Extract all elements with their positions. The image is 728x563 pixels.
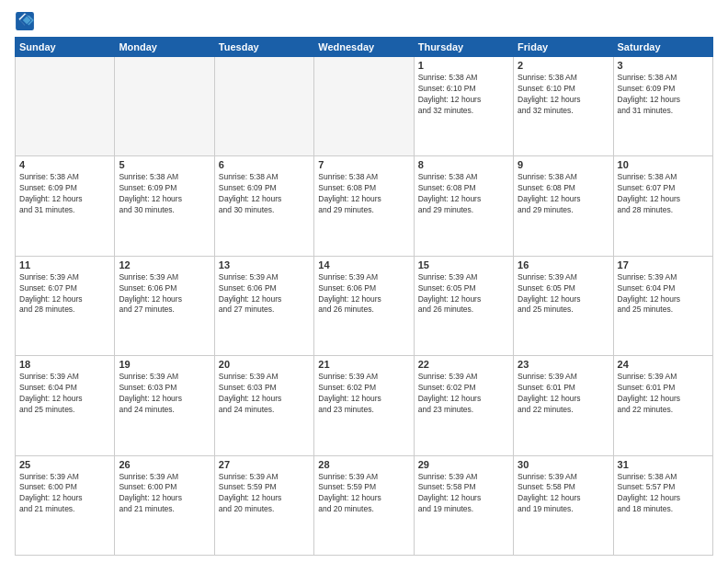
day-info: Sunrise: 5:38 AM Sunset: 6:10 PM Dayligh… xyxy=(518,73,609,117)
day-number: 5 xyxy=(119,159,210,170)
day-number: 7 xyxy=(318,159,409,170)
day-cell-6: 6Sunrise: 5:38 AM Sunset: 6:09 PM Daylig… xyxy=(214,156,313,256)
day-info: Sunrise: 5:39 AM Sunset: 6:00 PM Dayligh… xyxy=(119,472,210,516)
calendar-table: SundayMondayTuesdayWednesdayThursdayFrid… xyxy=(15,37,713,556)
day-cell-30: 30Sunrise: 5:39 AM Sunset: 5:58 PM Dayli… xyxy=(514,455,613,555)
weekday-header-saturday: Saturday xyxy=(613,38,712,57)
day-cell-23: 23Sunrise: 5:39 AM Sunset: 6:01 PM Dayli… xyxy=(514,356,613,455)
day-cell-3: 3Sunrise: 5:38 AM Sunset: 6:09 PM Daylig… xyxy=(613,57,712,156)
day-cell-29: 29Sunrise: 5:39 AM Sunset: 5:58 PM Dayli… xyxy=(414,455,513,555)
day-number: 2 xyxy=(518,60,609,71)
day-number: 8 xyxy=(418,159,509,170)
day-number: 14 xyxy=(318,259,409,270)
day-cell-7: 7Sunrise: 5:38 AM Sunset: 6:08 PM Daylig… xyxy=(314,156,414,256)
day-info: Sunrise: 5:39 AM Sunset: 6:02 PM Dayligh… xyxy=(418,372,509,416)
week-row-1: 1Sunrise: 5:38 AM Sunset: 6:10 PM Daylig… xyxy=(16,57,713,156)
week-row-4: 18Sunrise: 5:39 AM Sunset: 6:04 PM Dayli… xyxy=(16,356,713,455)
day-number: 25 xyxy=(19,459,110,470)
day-number: 26 xyxy=(119,459,210,470)
day-cell-9: 9Sunrise: 5:38 AM Sunset: 6:08 PM Daylig… xyxy=(514,156,613,256)
weekday-header-monday: Monday xyxy=(115,38,214,57)
day-cell-28: 28Sunrise: 5:39 AM Sunset: 5:59 PM Dayli… xyxy=(314,455,414,555)
day-number: 27 xyxy=(219,459,310,470)
day-cell-19: 19Sunrise: 5:39 AM Sunset: 6:03 PM Dayli… xyxy=(115,356,214,455)
day-number: 23 xyxy=(518,359,609,370)
day-info: Sunrise: 5:39 AM Sunset: 6:02 PM Dayligh… xyxy=(318,372,409,416)
weekday-header-friday: Friday xyxy=(514,38,613,57)
weekday-header-row: SundayMondayTuesdayWednesdayThursdayFrid… xyxy=(16,38,713,57)
day-number: 18 xyxy=(19,359,110,370)
day-info: Sunrise: 5:38 AM Sunset: 6:09 PM Dayligh… xyxy=(219,172,310,216)
day-info: Sunrise: 5:39 AM Sunset: 6:00 PM Dayligh… xyxy=(19,472,110,516)
day-number: 4 xyxy=(19,159,110,170)
week-row-2: 4Sunrise: 5:38 AM Sunset: 6:09 PM Daylig… xyxy=(16,156,713,256)
day-number: 28 xyxy=(318,459,409,470)
day-number: 9 xyxy=(518,159,609,170)
weekday-header-tuesday: Tuesday xyxy=(214,38,313,57)
day-cell-1: 1Sunrise: 5:38 AM Sunset: 6:10 PM Daylig… xyxy=(414,57,513,156)
weekday-header-wednesday: Wednesday xyxy=(314,38,414,57)
day-number: 30 xyxy=(518,459,609,470)
day-number: 20 xyxy=(219,359,310,370)
day-info: Sunrise: 5:39 AM Sunset: 6:07 PM Dayligh… xyxy=(19,272,110,316)
day-number: 6 xyxy=(219,159,310,170)
day-number: 29 xyxy=(418,459,509,470)
day-cell-26: 26Sunrise: 5:39 AM Sunset: 6:00 PM Dayli… xyxy=(115,455,214,555)
logo-icon xyxy=(15,11,35,31)
empty-cell xyxy=(314,57,414,156)
day-number: 13 xyxy=(219,259,310,270)
day-cell-27: 27Sunrise: 5:39 AM Sunset: 5:59 PM Dayli… xyxy=(214,455,313,555)
day-cell-14: 14Sunrise: 5:39 AM Sunset: 6:06 PM Dayli… xyxy=(314,256,414,355)
day-info: Sunrise: 5:38 AM Sunset: 6:10 PM Dayligh… xyxy=(418,73,509,117)
day-info: Sunrise: 5:39 AM Sunset: 6:04 PM Dayligh… xyxy=(618,272,709,316)
weekday-header-thursday: Thursday xyxy=(414,38,513,57)
day-number: 3 xyxy=(618,60,709,71)
day-info: Sunrise: 5:38 AM Sunset: 6:08 PM Dayligh… xyxy=(418,172,509,216)
day-number: 21 xyxy=(318,359,409,370)
day-info: Sunrise: 5:39 AM Sunset: 5:58 PM Dayligh… xyxy=(518,472,609,516)
day-info: Sunrise: 5:38 AM Sunset: 6:08 PM Dayligh… xyxy=(318,172,409,216)
day-info: Sunrise: 5:38 AM Sunset: 6:09 PM Dayligh… xyxy=(119,172,210,216)
day-info: Sunrise: 5:38 AM Sunset: 6:09 PM Dayligh… xyxy=(19,172,110,216)
day-number: 19 xyxy=(119,359,210,370)
day-info: Sunrise: 5:39 AM Sunset: 6:03 PM Dayligh… xyxy=(219,372,310,416)
empty-cell xyxy=(214,57,313,156)
day-info: Sunrise: 5:38 AM Sunset: 5:57 PM Dayligh… xyxy=(618,472,709,516)
day-info: Sunrise: 5:39 AM Sunset: 6:04 PM Dayligh… xyxy=(19,372,110,416)
page: SundayMondayTuesdayWednesdayThursdayFrid… xyxy=(0,0,728,563)
day-info: Sunrise: 5:39 AM Sunset: 6:03 PM Dayligh… xyxy=(119,372,210,416)
day-cell-11: 11Sunrise: 5:39 AM Sunset: 6:07 PM Dayli… xyxy=(16,256,115,355)
day-info: Sunrise: 5:38 AM Sunset: 6:08 PM Dayligh… xyxy=(518,172,609,216)
day-cell-10: 10Sunrise: 5:38 AM Sunset: 6:07 PM Dayli… xyxy=(613,156,712,256)
day-cell-12: 12Sunrise: 5:39 AM Sunset: 6:06 PM Dayli… xyxy=(115,256,214,355)
week-row-3: 11Sunrise: 5:39 AM Sunset: 6:07 PM Dayli… xyxy=(16,256,713,355)
week-row-5: 25Sunrise: 5:39 AM Sunset: 6:00 PM Dayli… xyxy=(16,455,713,555)
day-info: Sunrise: 5:39 AM Sunset: 6:05 PM Dayligh… xyxy=(518,272,609,316)
weekday-header-sunday: Sunday xyxy=(16,38,115,57)
day-cell-24: 24Sunrise: 5:39 AM Sunset: 6:01 PM Dayli… xyxy=(613,356,712,455)
day-number: 11 xyxy=(19,259,110,270)
day-number: 22 xyxy=(418,359,509,370)
day-info: Sunrise: 5:39 AM Sunset: 6:06 PM Dayligh… xyxy=(119,272,210,316)
day-cell-4: 4Sunrise: 5:38 AM Sunset: 6:09 PM Daylig… xyxy=(16,156,115,256)
day-number: 16 xyxy=(518,259,609,270)
day-info: Sunrise: 5:39 AM Sunset: 5:58 PM Dayligh… xyxy=(418,472,509,516)
day-number: 1 xyxy=(418,60,509,71)
header xyxy=(15,11,713,31)
day-cell-25: 25Sunrise: 5:39 AM Sunset: 6:00 PM Dayli… xyxy=(16,455,115,555)
day-cell-18: 18Sunrise: 5:39 AM Sunset: 6:04 PM Dayli… xyxy=(16,356,115,455)
day-info: Sunrise: 5:39 AM Sunset: 6:05 PM Dayligh… xyxy=(418,272,509,316)
day-info: Sunrise: 5:39 AM Sunset: 6:06 PM Dayligh… xyxy=(219,272,310,316)
day-cell-13: 13Sunrise: 5:39 AM Sunset: 6:06 PM Dayli… xyxy=(214,256,313,355)
day-cell-20: 20Sunrise: 5:39 AM Sunset: 6:03 PM Dayli… xyxy=(214,356,313,455)
day-number: 10 xyxy=(618,159,709,170)
empty-cell xyxy=(16,57,115,156)
day-cell-22: 22Sunrise: 5:39 AM Sunset: 6:02 PM Dayli… xyxy=(414,356,513,455)
day-number: 17 xyxy=(618,259,709,270)
day-info: Sunrise: 5:39 AM Sunset: 5:59 PM Dayligh… xyxy=(219,472,310,516)
day-info: Sunrise: 5:39 AM Sunset: 6:01 PM Dayligh… xyxy=(618,372,709,416)
day-info: Sunrise: 5:38 AM Sunset: 6:07 PM Dayligh… xyxy=(618,172,709,216)
day-info: Sunrise: 5:39 AM Sunset: 5:59 PM Dayligh… xyxy=(318,472,409,516)
day-number: 24 xyxy=(618,359,709,370)
day-cell-5: 5Sunrise: 5:38 AM Sunset: 6:09 PM Daylig… xyxy=(115,156,214,256)
